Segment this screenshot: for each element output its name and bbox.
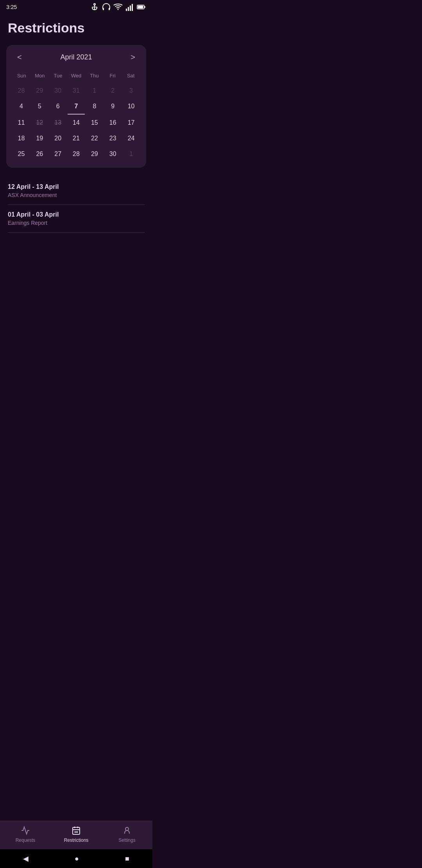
weekday-label-fri: Fri	[104, 71, 122, 80]
prev-month-button[interactable]: <	[13, 51, 27, 63]
calendar-day[interactable]: 10	[122, 99, 140, 115]
anchor-icon	[90, 2, 99, 12]
calendar-month-title: April 2021	[60, 53, 92, 61]
event-date-1: 01 April - 03 April	[8, 211, 145, 218]
calendar-day[interactable]: 31	[68, 83, 85, 98]
svg-rect-11	[144, 6, 145, 8]
calendar-day[interactable]: 5	[31, 99, 48, 115]
calendar-day[interactable]: 28	[68, 147, 85, 161]
calendar-header: < April 2021 >	[13, 51, 140, 63]
signal-icon	[125, 2, 134, 12]
events-section: 12 April - 13 AprilASX Announcement01 Ap…	[0, 168, 152, 233]
status-time: 3:25	[6, 4, 17, 10]
status-bar: 3:25	[0, 0, 152, 14]
calendar-day[interactable]: 26	[31, 147, 48, 161]
svg-rect-3	[103, 8, 104, 10]
svg-rect-6	[126, 9, 127, 11]
headphone-icon	[102, 2, 111, 12]
calendar-day[interactable]: 9	[104, 99, 122, 115]
calendar-day[interactable]: 8	[86, 99, 103, 115]
svg-rect-8	[130, 5, 131, 11]
calendar-day[interactable]: 29	[31, 83, 48, 98]
calendar-day[interactable]: 1	[122, 147, 140, 161]
calendar-day[interactable]: 25	[13, 147, 30, 161]
calendar-day[interactable]: 22	[86, 131, 103, 146]
svg-rect-12	[138, 6, 143, 9]
battery-icon	[137, 2, 146, 12]
calendar-day[interactable]: 27	[49, 147, 67, 161]
svg-rect-9	[132, 4, 133, 11]
calendar-day[interactable]: 1	[86, 83, 103, 98]
calendar-day[interactable]: 21	[68, 131, 85, 146]
calendar-day[interactable]: 11	[13, 115, 30, 130]
calendar-day[interactable]: 13	[49, 115, 67, 130]
weekday-label-sat: Sat	[122, 71, 140, 80]
calendar-day[interactable]: 2	[104, 83, 122, 98]
weekday-label-wed: Wed	[67, 71, 86, 80]
calendar-day[interactable]: 14	[68, 115, 85, 130]
svg-point-5	[118, 9, 119, 10]
calendar-day[interactable]: 18	[13, 131, 30, 146]
calendar-day[interactable]: 17	[122, 115, 140, 130]
calendar-grid: SunMonTueWedThuFriSat 282930311234567891…	[13, 71, 140, 161]
wifi-icon	[113, 2, 123, 12]
calendar-day[interactable]: 4	[13, 99, 30, 115]
weekday-label-tue: Tue	[49, 71, 67, 80]
calendar-day[interactable]: 12	[31, 115, 48, 130]
status-icons	[90, 2, 146, 12]
svg-rect-7	[128, 7, 129, 11]
weekday-label-sun: Sun	[13, 71, 31, 80]
event-name-1: Earnings Report	[8, 220, 145, 226]
event-item-1: 01 April - 03 AprilEarnings Report	[8, 205, 145, 233]
calendar-day[interactable]: 7	[68, 99, 85, 115]
svg-point-0	[94, 4, 95, 5]
event-date-0: 12 April - 13 April	[8, 183, 145, 190]
calendar-day[interactable]: 19	[31, 131, 48, 146]
event-name-0: ASX Announcement	[8, 192, 145, 198]
calendar-day[interactable]: 28	[13, 83, 30, 98]
calendar-day[interactable]: 20	[49, 131, 67, 146]
calendar-day[interactable]: 6	[49, 99, 67, 115]
calendar-day[interactable]: 29	[86, 147, 103, 161]
calendar-day[interactable]: 30	[104, 147, 122, 161]
page-title: Restrictions	[0, 14, 152, 45]
calendar-day[interactable]: 24	[122, 131, 140, 146]
event-item-0: 12 April - 13 AprilASX Announcement	[8, 177, 145, 205]
svg-rect-4	[109, 8, 110, 10]
calendar-day[interactable]: 15	[86, 115, 103, 130]
calendar-weekdays: SunMonTueWedThuFriSat	[13, 71, 140, 80]
next-month-button[interactable]: >	[126, 51, 140, 63]
calendar-day[interactable]: 16	[104, 115, 122, 130]
calendar-card: < April 2021 > SunMonTueWedThuFriSat 282…	[6, 45, 146, 168]
calendar-day[interactable]: 23	[104, 131, 122, 146]
weekday-label-mon: Mon	[31, 71, 49, 80]
calendar-day[interactable]: 30	[49, 83, 67, 98]
calendar-day[interactable]: 3	[122, 83, 140, 98]
calendar-days: 2829303112345678910111213141516171819202…	[13, 83, 140, 161]
weekday-label-thu: Thu	[85, 71, 104, 80]
